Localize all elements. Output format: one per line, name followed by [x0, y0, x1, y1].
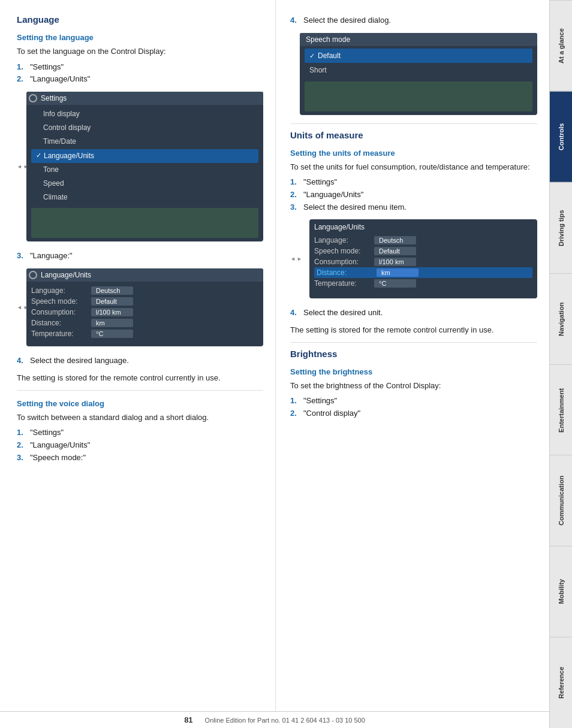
sidebar-tab-controls[interactable]: Controls: [550, 91, 572, 182]
sidebar-tab-entertainment[interactable]: Entertainment: [550, 364, 572, 455]
sidebar-tab-at-a-glance[interactable]: At a glance: [550, 0, 572, 91]
units-screenshot: ◄ ► Language/Units Language: Deutsch: [300, 219, 537, 298]
brightness-step-2: 2. "Control display": [290, 407, 537, 420]
step-2: 2. "Language/Units": [17, 73, 263, 86]
speech-title-bar: Speech mode: [300, 33, 537, 46]
menu-language-units[interactable]: ✓ Language/Units: [31, 149, 258, 163]
nav-arrow-left[interactable]: ◄: [17, 164, 22, 170]
gear-icon: [29, 94, 37, 102]
step-1-voice: 1. "Settings": [17, 427, 263, 439]
units-row-language: Language: Deutsch: [314, 235, 532, 246]
units-body-text: To set the units for fuel consumption, r…: [290, 161, 537, 173]
brightness-steps: 1. "Settings" 2. "Control display": [290, 395, 537, 420]
step-4-lang: 4. Select the desired language.: [17, 355, 263, 367]
brightness-body: To set the brightness of the Control Dis…: [290, 380, 537, 392]
speech-default[interactable]: ✓ Default: [305, 49, 532, 63]
edition-text: Online Edition for Part no. 01 41 2 604 …: [205, 717, 365, 724]
units-title-bar: Language/Units: [314, 223, 532, 231]
step-3-voice: 3. "Speech mode:": [17, 452, 263, 464]
bottom-bar: 81 Online Edition for Part no. 01 41 2 6…: [0, 711, 549, 728]
section-title-language: Language: [17, 14, 263, 25]
settings-title-bar: Settings: [26, 92, 263, 105]
menu-control-display[interactable]: Control display: [31, 121, 258, 135]
menu-climate[interactable]: Climate: [31, 191, 258, 204]
sidebar-tab-mobility[interactable]: Mobility: [550, 546, 572, 637]
units-row-temperature: Temperature: °C: [314, 278, 532, 289]
step-1: 1. "Settings": [17, 61, 263, 74]
units-step-3: 3. Select the desired menu item.: [290, 201, 537, 214]
settings-screenshot: ◄ ► Settings Info display Control displa…: [26, 92, 263, 241]
speech-title: Speech mode: [306, 35, 350, 44]
speech-mode-screenshot: Speech mode ✓ Default Short: [300, 33, 537, 115]
sidebar-tab-navigation[interactable]: Navigation: [550, 273, 572, 364]
brightness-step-1: 1. "Settings": [290, 395, 537, 407]
menu-tone[interactable]: Tone: [31, 163, 258, 177]
units-row-speech: Speech mode: Default: [314, 246, 532, 256]
language-units-title: Language/Units: [41, 271, 91, 279]
voice-dialog-steps: 1. "Settings" 2. "Language/Units" 3. "Sp…: [17, 427, 263, 464]
units-table: Language: Deutsch Speech mode: Default C…: [314, 235, 532, 289]
step-4-voice: 4. Select the desired dialog.: [290, 14, 537, 27]
subsection-brightness: Setting the brightness: [290, 367, 537, 376]
lang-row-language: Language: Deutsch: [31, 285, 258, 296]
step-4-voice-list: 4. Select the desired dialog.: [290, 14, 537, 27]
divider-right-2: [290, 342, 537, 343]
language-step-3: 3. "Language:": [17, 250, 263, 262]
language-units-screenshot: ◄ ► Language/Units Language: Deutsch: [26, 268, 263, 346]
language-note: The setting is stored for the remote con…: [17, 372, 263, 384]
divider-1: [17, 390, 263, 391]
subsection-setting-units: Setting the units of measure: [290, 149, 537, 158]
units-step-4-list: 4. Select the desired unit.: [290, 307, 537, 319]
lang-row-speech: Speech mode: Default: [31, 296, 258, 307]
step-3: 3. "Language:": [17, 250, 263, 262]
language-body-text: To set the language on the Control Displ…: [17, 46, 263, 58]
units-row-consumption: Consumption: l/100 km: [314, 256, 532, 267]
units-row-distance: Distance: km: [314, 267, 532, 278]
lang-row-temperature: Temperature: °C: [31, 328, 258, 339]
subsection-setting-language: Setting the language: [17, 33, 263, 42]
menu-time-date[interactable]: Time/Date: [31, 135, 258, 149]
divider-right-1: [290, 123, 537, 124]
language-steps-1-2: 1. "Settings" 2. "Language/Units": [17, 61, 263, 86]
map-bg-speech: [305, 81, 532, 111]
sidebar-tab-communication[interactable]: Communication: [550, 455, 572, 546]
settings-title: Settings: [41, 94, 67, 102]
menu-speed[interactable]: Speed: [31, 177, 258, 191]
subsection-voice-dialog: Setting the voice dialog: [17, 399, 263, 408]
units-screenshot-title: Language/Units: [314, 223, 365, 231]
lang-row-consumption: Consumption: l/100 km: [31, 307, 258, 318]
language-table: Language: Deutsch Speech mode: Default C…: [31, 285, 258, 339]
gear-icon-2: [29, 271, 37, 279]
voice-dialog-body: To switch between a standard dialog and …: [17, 412, 263, 424]
units-step-2: 2. "Language/Units": [290, 189, 537, 201]
sidebar: At a glance Controls Driving tips Naviga…: [549, 0, 572, 728]
map-background: [31, 208, 258, 238]
nav-arrow-left-3[interactable]: ◄: [290, 256, 296, 262]
language-units-title-bar: Language/Units: [26, 268, 263, 282]
section-title-brightness: Brightness: [290, 349, 537, 359]
checkmark-icon: ✓: [36, 150, 41, 161]
section-title-units: Units of measure: [290, 130, 537, 140]
units-step-4: 4. Select the desired unit.: [290, 307, 537, 319]
nav-arrow-right-3[interactable]: ►: [297, 256, 302, 262]
page-number: 81: [184, 715, 192, 724]
checkmark-speech: ✓: [309, 50, 315, 62]
lang-row-distance: Distance: km: [31, 318, 258, 328]
units-steps: 1. "Settings" 2. "Language/Units" 3. Sel…: [290, 176, 537, 213]
units-step-1: 1. "Settings": [290, 176, 537, 189]
nav-arrow-left-2[interactable]: ◄: [17, 304, 22, 310]
units-note: The setting is stored for the remote con…: [290, 324, 537, 336]
sidebar-tab-driving-tips[interactable]: Driving tips: [550, 182, 572, 273]
language-step-4: 4. Select the desired language.: [17, 355, 263, 367]
speech-short[interactable]: Short: [305, 63, 532, 77]
sidebar-tab-reference[interactable]: Reference: [550, 637, 572, 728]
menu-info-display[interactable]: Info display: [31, 107, 258, 121]
step-2-voice: 2. "Language/Units": [17, 439, 263, 452]
